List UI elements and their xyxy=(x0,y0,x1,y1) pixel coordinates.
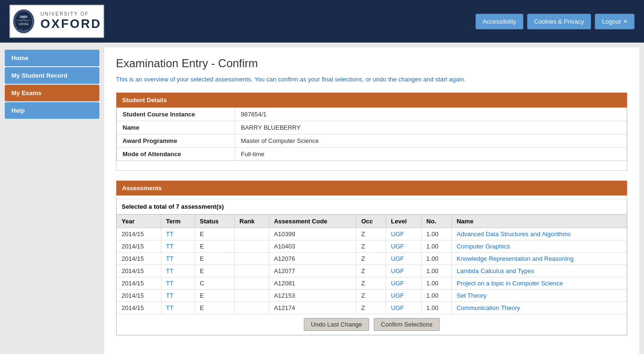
assessment-cell xyxy=(235,240,269,253)
logout-button[interactable]: Logout ✕ xyxy=(595,14,635,29)
assessment-col-header: Status xyxy=(195,215,235,228)
assessment-row: 2014/15TTEA10399ZUGF1.00Advanced Data St… xyxy=(117,228,627,240)
assessment-cell: Z xyxy=(356,240,386,253)
assessment-row: 2014/15TTEA12076ZUGF1.00Knowledge Repres… xyxy=(117,253,627,265)
confirm-selections-button[interactable]: Confirm Selections xyxy=(374,318,440,331)
header-buttons: Accessibility Cookies & Privacy Logout ✕ xyxy=(476,14,635,29)
assessment-name-cell: Project on a topic in Computer Science xyxy=(451,277,626,290)
page-title: Examination Entry - Confirm xyxy=(116,57,627,70)
accessibility-button[interactable]: Accessibility xyxy=(476,14,523,29)
detail-label: Student Course Instance xyxy=(117,108,235,121)
assessment-cell-link: UGF xyxy=(386,277,422,290)
detail-value: 987654/1 xyxy=(235,108,627,121)
assessment-row: 2014/15TTEA10403ZUGF1.00Computer Graphic… xyxy=(117,240,627,253)
assessment-cell: 2014/15 xyxy=(117,240,161,253)
assessment-name-cell: Knowledge Representation and Reasoning xyxy=(451,253,626,265)
undo-last-change-button[interactable]: Undo Last Change xyxy=(304,318,369,331)
student-details-section: Student Details Student Course Instance … xyxy=(116,92,627,171)
sidebar-item-student-record[interactable]: My Student Record xyxy=(5,67,99,84)
sidebar-item-home[interactable]: Home xyxy=(5,50,99,66)
main-layout: Home My Student Record My Exams Help Exa… xyxy=(0,43,644,354)
svg-text:UNIV: UNIV xyxy=(20,15,28,18)
assessment-cell-link: TT xyxy=(161,290,195,302)
detail-label: Award Programme xyxy=(117,134,235,148)
assessment-cell: 2014/15 xyxy=(117,302,161,314)
svg-text:OXFORD: OXFORD xyxy=(19,23,29,26)
svg-text:EST. 1096: EST. 1096 xyxy=(19,29,28,31)
cookies-privacy-button[interactable]: Cookies & Privacy xyxy=(527,14,591,29)
assessment-cell-link: UGF xyxy=(386,253,422,265)
student-detail-row: Name BARRY BLUEBERRY xyxy=(117,121,627,134)
sidebar-item-help[interactable]: Help xyxy=(5,102,99,119)
assessment-cell xyxy=(235,253,269,265)
assessment-cell: 1.00 xyxy=(422,290,452,302)
oxford-crest-icon: UNIV OXFORD EST. 1096 xyxy=(12,9,35,35)
assessment-name-cell: Lambda Calculus and Types xyxy=(451,265,626,277)
assessment-cell: 1.00 xyxy=(422,240,452,253)
sidebar: Home My Student Record My Exams Help xyxy=(5,47,99,354)
assessment-cell xyxy=(235,290,269,302)
assessment-cell-link: TT xyxy=(161,277,195,290)
assessment-cell: Z xyxy=(356,290,386,302)
assessment-col-header: Occ xyxy=(356,215,386,228)
logout-label: Logout xyxy=(602,18,621,25)
assessments-table: YearTermStatusRankAssessment CodeOccLeve… xyxy=(116,214,627,314)
assessment-cell: C xyxy=(195,277,235,290)
logout-close-icon: ✕ xyxy=(623,18,627,25)
assessment-cell: Z xyxy=(356,302,386,314)
selected-total: Selected a total of 7 assessment(s) xyxy=(116,199,627,214)
assessment-name-cell: Communication Theory xyxy=(451,302,626,314)
assessment-cell-link: TT xyxy=(161,302,195,314)
assessment-cell: Z xyxy=(356,228,386,240)
assessment-cell: Z xyxy=(356,265,386,277)
assessment-row: 2014/15TTCA12081ZUGF1.00Project on a top… xyxy=(117,277,627,290)
assessment-cell: A12077 xyxy=(269,265,356,277)
assessment-col-header: Level xyxy=(386,215,422,228)
assessment-cell: A12174 xyxy=(269,302,356,314)
assessment-cell: 2014/15 xyxy=(117,228,161,240)
assessment-cell-link: TT xyxy=(161,253,195,265)
detail-value: Full-time xyxy=(235,148,627,161)
assessment-cell: 1.00 xyxy=(422,302,452,314)
detail-value: Master of Computer Science xyxy=(235,134,627,148)
assessment-col-header: Term xyxy=(161,215,195,228)
assessment-row: 2014/15TTEA12153ZUGF1.00Set Theory xyxy=(117,290,627,302)
assessment-cell xyxy=(235,302,269,314)
detail-value: BARRY BLUEBERRY xyxy=(235,121,627,134)
assessment-cell: 1.00 xyxy=(422,277,452,290)
assessment-cell: 1.00 xyxy=(422,228,452,240)
assessment-cell: E xyxy=(195,265,235,277)
assessment-cell: 1.00 xyxy=(422,265,452,277)
assessment-cell: 2014/15 xyxy=(117,277,161,290)
assessment-cell xyxy=(235,265,269,277)
logo-text: UNIVERSITY OF OXFORD xyxy=(40,11,101,31)
assessment-cell-link: TT xyxy=(161,228,195,240)
oxford-name: OXFORD xyxy=(40,17,101,31)
assessment-cell: 2014/15 xyxy=(117,265,161,277)
logo-area: UNIV OXFORD EST. 1096 UNIVERSITY OF OXFO… xyxy=(9,5,104,38)
assessment-cell-link: UGF xyxy=(386,290,422,302)
assessment-cell: Z xyxy=(356,277,386,290)
assessment-cell: E xyxy=(195,253,235,265)
assessment-cell: A10399 xyxy=(269,228,356,240)
assessment-col-header: Name xyxy=(451,215,626,228)
assessment-cell: E xyxy=(195,302,235,314)
assessment-col-header: Rank xyxy=(235,215,269,228)
assessment-cell-link: UGF xyxy=(386,240,422,253)
detail-label: Name xyxy=(117,121,235,134)
assessment-cell: A10403 xyxy=(269,240,356,253)
assessment-cell: E xyxy=(195,228,235,240)
assessment-name-cell: Set Theory xyxy=(451,290,626,302)
assessment-cell-link: UGF xyxy=(386,228,422,240)
header: UNIV OXFORD EST. 1096 UNIVERSITY OF OXFO… xyxy=(0,0,644,43)
student-details-header: Student Details xyxy=(116,93,627,107)
assessment-cell: 2014/15 xyxy=(117,290,161,302)
student-details-table: Student Course Instance 987654/1Name BAR… xyxy=(116,107,627,161)
assessment-cell: 1.00 xyxy=(422,253,452,265)
assessment-cell: E xyxy=(195,240,235,253)
sidebar-item-my-exams[interactable]: My Exams xyxy=(5,85,99,101)
assessment-name-cell: Computer Graphics xyxy=(451,240,626,253)
assessment-name-cell: Advanced Data Structures and Algorithms xyxy=(451,228,626,240)
student-detail-row: Award Programme Master of Computer Scien… xyxy=(117,134,627,148)
assessment-cell-link: UGF xyxy=(386,265,422,277)
